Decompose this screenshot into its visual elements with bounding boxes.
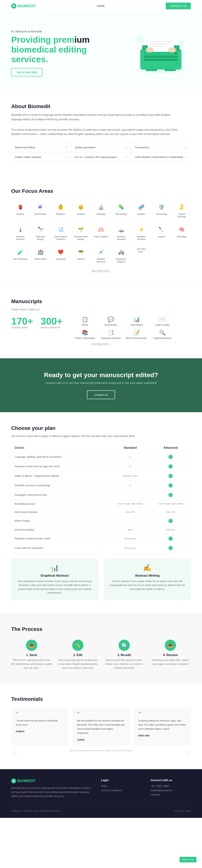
plans-advanced-6: Upto 10% — [150, 508, 191, 516]
footer-faqs-link[interactable]: FAQs — [101, 785, 141, 787]
ms-icon-5: 📑 — [107, 330, 114, 336]
plans-feature-10: Cover letter for submission — [11, 543, 110, 553]
ms-type-3: ✉️Letter to editor — [151, 316, 174, 326]
focus-label-14: Infectious Diseases — [113, 235, 129, 241]
plans-row-3: Scientific accuracy & terminology✓✓ — [11, 480, 191, 490]
focus-item-23: 🚑Emergency Medicine — [112, 245, 130, 266]
focus-icon-19: 🏥 — [36, 248, 45, 256]
manuscripts-stats: 170+ Satisfied clients 300+ Projects del… — [11, 316, 62, 333]
testimonials-prev-button[interactable]: ‹ — [11, 749, 18, 756]
process-step-1: ✏️ 2. Edit Your manuscript will be hande… — [58, 640, 98, 670]
svg-rect-11 — [144, 59, 178, 61]
testimonials-disclaimer: Exact circumstances have been made harde… — [70, 749, 133, 756]
nav-home-link[interactable]: HOME — [97, 4, 105, 7]
plans-advanced-0: ✓ — [150, 452, 191, 462]
plans-section: Choose your plan Our services come with … — [0, 412, 202, 613]
testimonials-next-button[interactable]: › — [184, 749, 191, 756]
testimonial-quote-1: " — [77, 713, 125, 717]
ms-type-6: 📝Brief Communication — [125, 330, 148, 339]
navbar: B BIOMEDIT HOME CONTACT US — [0, 0, 202, 12]
hero-cta-button[interactable]: Get A Free Edit — [11, 68, 43, 76]
focus-item-0: 🫀Anatomy — [11, 200, 29, 221]
footer-logo: B BIOMEDIT — [11, 778, 92, 783]
focus-label-23: Emergency Medicine — [113, 258, 129, 263]
feature-label-3: Subject matter expertise — [15, 156, 41, 158]
footer-phone: +91 74481 34967 — [151, 785, 191, 787]
ms-type-7: 🔍Original Research — [151, 330, 174, 339]
footer-brand: B BIOMEDIT Biomedit aims to break the la… — [11, 778, 92, 798]
focus-icon-6: 🧬 — [137, 203, 146, 212]
focus-icon-14: 🧫 — [117, 225, 126, 234]
footer-email[interactable]: orders@biomedit.co — [151, 789, 191, 792]
plans-standard-9: Add as Extra — [110, 534, 150, 543]
step-title-3: 4. Receive — [150, 653, 191, 657]
feature-label-2: Transparency — [135, 146, 149, 149]
addon-title-1: Abstract Writing — [108, 574, 186, 578]
focus-icon-0: 🫀 — [16, 203, 25, 212]
step-icon-0: 📤 — [26, 640, 37, 651]
focus-label-4: Pathology — [97, 213, 106, 215]
svg-rect-17 — [160, 53, 162, 54]
cta-subtitle: Connect with us to get your manuscript p… — [11, 381, 191, 384]
focus-icon-16: 🔪 — [157, 225, 166, 234]
footer-logo-text: BIOMEDIT — [17, 779, 35, 783]
focus-and-many[interactable]: and many more... — [11, 269, 191, 272]
focus-icon-23: 🚑 — [117, 248, 126, 256]
focus-label-17: Neurology — [177, 235, 186, 238]
plans-feature-3: Scientific accuracy & terminology — [11, 480, 110, 490]
focus-label-3: Geriatrics — [76, 213, 85, 215]
step-title-0: 1. Send — [11, 653, 52, 657]
ms-icon-3: ✉️ — [159, 316, 166, 322]
focus-item-11: 🩺Gynecology & Obstetrics — [52, 223, 70, 243]
ms-icon-4: 📚 — [82, 330, 88, 336]
feature-label-0: Manuscript editing — [15, 146, 35, 149]
focus-label-6: Genetics — [137, 213, 145, 215]
feature-item-3[interactable]: Subject matter expertise ▼ — [11, 152, 71, 162]
testimonial-card-0: " I would hand my document to Biomedit e… — [11, 708, 68, 746]
cta-contact-button[interactable]: Contact Us — [87, 391, 115, 399]
svg-rect-15 — [154, 53, 156, 54]
nav-logo-text: BIOMEDIT — [18, 4, 36, 8]
focus-title: Our Focus Areas — [11, 188, 191, 194]
feature-item-1[interactable]: Quality guaranteed ▼ — [71, 143, 131, 152]
addon-icon-0: 📊 — [16, 564, 94, 571]
svg-rect-25 — [165, 69, 176, 71]
svg-rect-24 — [146, 69, 157, 71]
about-section: About Biomedit Biomedit aims to break th… — [0, 90, 202, 175]
hero-title-end: biomedical editing services. — [11, 45, 87, 64]
focus-icon-15: ⚡ — [137, 225, 146, 234]
plans-row-8: Journal formattingBasicExtensive — [11, 526, 191, 534]
focus-item-24: and many more... — [132, 245, 151, 266]
focus-label-16: Surgery — [158, 235, 165, 238]
focus-item-18: 🧪Bio-Technology — [11, 245, 29, 266]
plans-row-7: Editors Report✓ — [11, 516, 191, 526]
footer-linkedin[interactable]: LinkedIn — [151, 793, 191, 796]
stat-delivered: 300+ Projects delivered — [41, 316, 62, 329]
manuscripts-title: Manuscripts — [11, 299, 191, 304]
feature-item-2[interactable]: Transparency ▼ — [131, 143, 191, 152]
feature-item-0[interactable]: Manuscript editing ▼ — [11, 143, 71, 152]
addon-desc-1: Get the abstract of your paper written b… — [108, 580, 186, 591]
svg-rect-10 — [144, 56, 178, 58]
focus-grid: 🫀Anatomy⚗️Biochemistry👶Pediatrics👴Geriat… — [11, 200, 191, 266]
plans-advanced-5: 5 free re-edits, 60% off after — [150, 500, 191, 508]
testimonials-grid: " I would hand my document to Biomedit e… — [11, 708, 191, 746]
plans-advanced-1: ✓ — [150, 462, 191, 471]
focus-item-9: 🌡️Epidemic Diseases — [11, 223, 29, 243]
footer-terms-link[interactable]: Terms & Conditions — [101, 789, 141, 792]
plans-advanced-7: ✓ — [150, 516, 191, 526]
nav-contact-button[interactable]: CONTACT US — [166, 3, 191, 9]
testimonial-text-1: We are grateful for the services provide… — [77, 719, 125, 735]
testimonials-title: Testimonials — [11, 696, 191, 702]
svg-rect-18 — [163, 53, 165, 54]
ms-label-2: Case Report — [130, 323, 143, 326]
plans-feature-7: Editors Report — [11, 516, 110, 526]
feature-item-4[interactable]: Our no. 1 priority is the ongoing projec… — [71, 152, 131, 162]
feature-arrow-1: ▼ — [125, 146, 127, 148]
feature-item-5[interactable]: 100% deadline conformance & confidential… — [131, 152, 191, 162]
manuscripts-and-many[interactable]: and many more... — [11, 342, 191, 345]
manuscript-types-grid: 📋Poster💬Commentary📊Case Report✉️Letter t… — [74, 316, 191, 339]
footer-legal-col: Legal FAQs Terms & Conditions — [101, 778, 141, 798]
focus-item-3: 👴Geriatrics — [72, 200, 90, 221]
focus-section: Our Focus Areas 🫀Anatomy⚗️Biochemistry👶P… — [0, 175, 202, 285]
